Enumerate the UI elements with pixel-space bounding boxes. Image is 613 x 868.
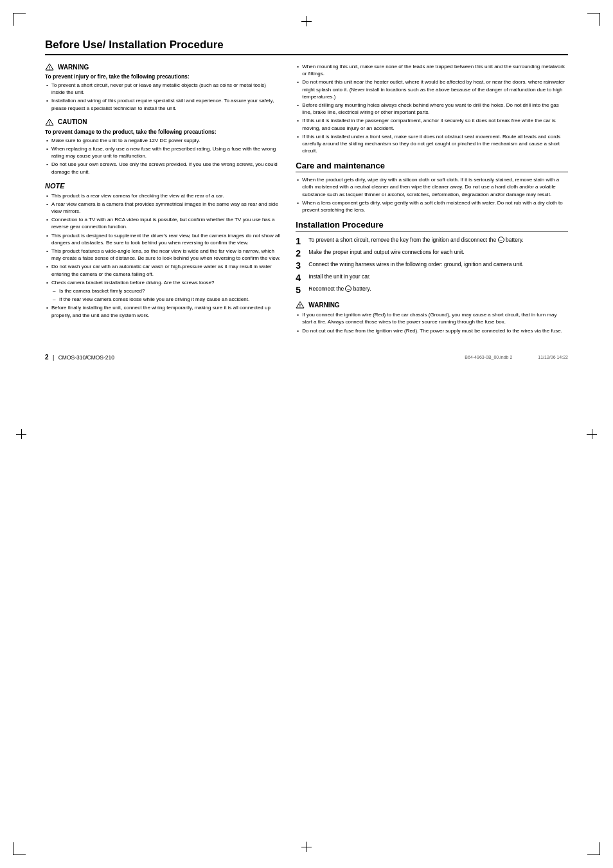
- install-step: 5 Reconnect the – battery.: [296, 285, 568, 294]
- neg-battery-icon: –: [498, 237, 504, 243]
- warning-label: WARNING: [58, 64, 89, 71]
- note-list: This product is a rear view camera for c…: [45, 192, 280, 319]
- neg-battery-icon-2: –: [345, 285, 351, 292]
- note-dash-item: Is the camera bracket firmly secured?: [51, 287, 280, 294]
- warning-bottom-item: If you connect the ignition wire (Red) t…: [296, 311, 568, 325]
- installation-section: Installation Procedure 1 To prevent a sh…: [296, 220, 568, 294]
- left-column: ! WARNING To prevent injury or fire, tak…: [45, 63, 280, 341]
- file-reference: B64-4963-0B_00.indb 2: [465, 355, 512, 359]
- page-footer: 2 | CMOS-310/CMOS-210 B64-4963-0B_00.ind…: [45, 354, 568, 361]
- page-number: 2: [45, 354, 49, 361]
- page: Before Use/ Installation Procedure ! WAR…: [0, 0, 613, 868]
- installation-list: 1 To prevent a short circuit, remove the…: [296, 237, 568, 294]
- warning-list: To prevent a short circuit, never put or…: [45, 82, 280, 112]
- care-section: Care and maintenance When the product ge…: [296, 161, 568, 213]
- note-item: Before finally installing the unit, conn…: [45, 304, 280, 318]
- warning-section: ! WARNING To prevent injury or fire, tak…: [45, 63, 280, 112]
- warning-item: Installation and wiring of this product …: [45, 97, 280, 111]
- note-item: This product features a wide-angle lens,…: [45, 248, 280, 262]
- warning-subtitle: To prevent injury or fire, take the foll…: [45, 73, 280, 80]
- warning-cont-item: If this unit is installed under a front …: [296, 133, 568, 155]
- date-reference: 11/12/06 14:22: [538, 355, 568, 359]
- note-item: This product is a rear view camera for c…: [45, 192, 280, 199]
- warning-cont-item: If this unit is installed in the passeng…: [296, 117, 568, 131]
- warning-icon: !: [45, 63, 54, 71]
- right-column: When mounting this unit, make sure none …: [296, 63, 568, 341]
- note-item: Connection to a TV with an RCA video inp…: [45, 216, 280, 230]
- note-title: NOTE: [45, 182, 280, 190]
- caution-label: CAUTION: [58, 118, 87, 125]
- caution-item: When replacing a fuse, only use a new fu…: [45, 145, 280, 159]
- install-step: 3 Connect the wiring harness wires in th…: [296, 261, 568, 270]
- warning-bottom-list: If you connect the ignition wire (Red) t…: [296, 311, 568, 334]
- care-item: When the product gets dirty, wipe dry wi…: [296, 176, 568, 198]
- svg-text:!: !: [299, 303, 301, 308]
- model-name: CMOS-310/CMOS-210: [58, 354, 114, 361]
- warning-cont-item: When mounting this unit, make sure none …: [296, 63, 568, 77]
- care-title: Care and maintenance: [296, 161, 568, 172]
- warning-title: ! WARNING: [45, 63, 280, 71]
- caution-item: Do not use your own screws. Use only the…: [45, 161, 280, 175]
- note-dash-list: Is the camera bracket firmly secured? If…: [51, 287, 280, 303]
- warning-continued-list: When mounting this unit, make sure none …: [296, 63, 568, 154]
- note-section: NOTE This product is a rear view camera …: [45, 182, 280, 319]
- installation-title: Installation Procedure: [296, 220, 568, 231]
- caution-subtitle: To prevent damage to the product, take t…: [45, 129, 280, 135]
- warning-bottom-label: WARNING: [308, 302, 339, 309]
- warning-bottom-icon: !: [296, 301, 305, 309]
- footer-left: 2 | CMOS-310/CMOS-210: [45, 354, 114, 361]
- care-item: When a lens component gets dirty, wipe g…: [296, 199, 568, 213]
- caution-icon: !: [45, 118, 54, 126]
- warning-item: To prevent a short circuit, never put or…: [45, 82, 280, 96]
- page-title: Before Use/ Installation Procedure: [45, 39, 568, 55]
- caution-item: Make sure to ground the unit to a negati…: [45, 137, 280, 144]
- install-step: 2 Make the proper input and output wire …: [296, 249, 568, 258]
- note-dash-item: If the rear view camera comes loose whil…: [51, 296, 280, 303]
- warning-bottom-title: ! WARNING: [296, 301, 568, 309]
- install-step: 1 To prevent a short circuit, remove the…: [296, 237, 568, 246]
- footer-right: B64-4963-0B_00.indb 2 11/12/06 14:22: [465, 355, 568, 359]
- svg-text:!: !: [49, 121, 50, 125]
- note-item: Check camera bracket installation before…: [45, 279, 280, 303]
- two-col-layout: ! WARNING To prevent injury or fire, tak…: [45, 63, 568, 341]
- caution-section: ! CAUTION To prevent damage to the produ…: [45, 118, 280, 176]
- note-label: NOTE: [45, 182, 65, 190]
- note-item: This product is designed to supplement t…: [45, 232, 280, 246]
- care-list: When the product gets dirty, wipe dry wi…: [296, 176, 568, 213]
- svg-text:!: !: [49, 66, 50, 70]
- note-item: A rear view camera is a camera that prov…: [45, 201, 280, 215]
- caution-list: Make sure to ground the unit to a negati…: [45, 137, 280, 176]
- warning-cont-item: Before drilling any mounting holes alway…: [296, 102, 568, 116]
- caution-title: ! CAUTION: [45, 118, 280, 126]
- install-step: 4 Install the unit in your car.: [296, 273, 568, 282]
- note-item: Do not wash your car with an automatic c…: [45, 263, 280, 277]
- warning-cont-item: Do not mount this unit near the heater o…: [296, 78, 568, 100]
- warning-bottom-item: Do not cut out the fuse from the ignitio…: [296, 327, 568, 334]
- warning-bottom-section: ! WARNING If you connect the ignition wi…: [296, 301, 568, 334]
